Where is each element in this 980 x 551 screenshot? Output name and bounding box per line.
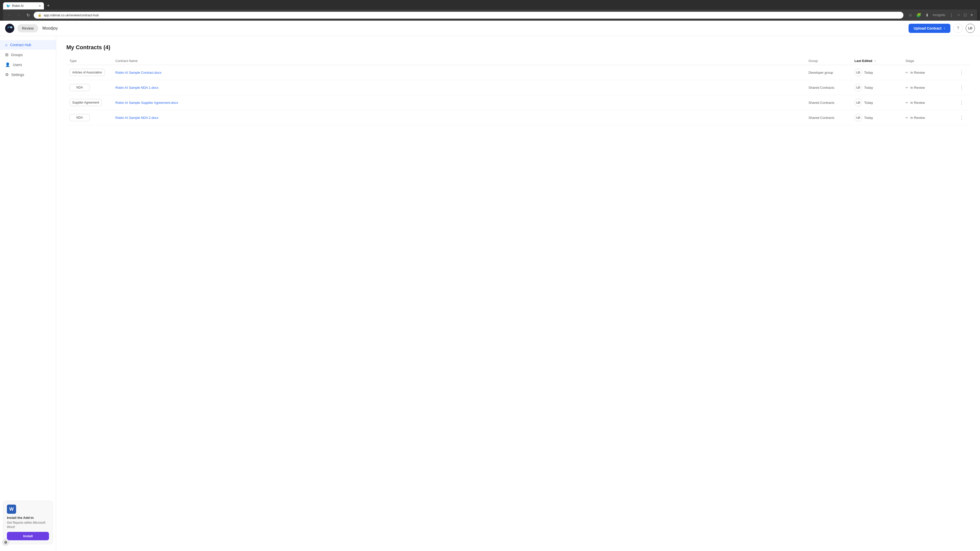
upload-contract-button[interactable]: Upload Contract ↑ — [908, 24, 950, 33]
bookmark-button[interactable]: ☆ — [907, 12, 913, 19]
edited-date-4: Today — [864, 116, 873, 120]
contract-link-2[interactable]: Robin AI Sample NDA 1.docx — [115, 86, 159, 89]
review-button[interactable]: Review — [18, 24, 38, 32]
pencil-icon-4: ✏ — [905, 116, 908, 120]
stage-text-4: In Review — [910, 116, 925, 120]
edited-date-3: Today — [864, 101, 873, 105]
table-header: Type Contract Name Group Last Edited ↑ S… — [66, 57, 970, 65]
download-button[interactable]: ⬇ — [924, 12, 930, 19]
forward-button[interactable]: → — [15, 11, 22, 19]
type-badge-1: Articles of Association — [69, 69, 105, 76]
col-actions — [956, 59, 967, 63]
incognito-label: Incognito — [932, 12, 946, 18]
edited-cell-3: LD Today — [854, 99, 905, 106]
more-button-2[interactable]: ⋮ — [956, 85, 967, 90]
more-button-1[interactable]: ⋮ — [956, 70, 967, 75]
type-badge-2: NDA — [69, 84, 90, 91]
group-cell-2: Shared Contracts — [808, 86, 854, 89]
active-tab[interactable]: 🐦 Robin AI × — [3, 2, 44, 10]
contract-link-4[interactable]: Robin AI Sample NDA 2.docx — [115, 116, 159, 120]
browser-controls: ← → ↻ 🔒 app.robinai.co.uk/review/contrac… — [3, 10, 977, 21]
contract-hub-icon: ⌂ — [5, 43, 8, 47]
menu-button[interactable]: ⋮ — [948, 12, 955, 19]
tab-close-button[interactable]: × — [39, 4, 41, 8]
minimize-button[interactable]: − — [956, 12, 961, 18]
close-button[interactable]: × — [969, 12, 974, 18]
avatar-4: LD — [854, 114, 862, 121]
contract-name-cell-2: Robin AI Sample NDA 1.docx — [115, 86, 808, 89]
group-cell-4: Shared Contracts — [808, 116, 854, 120]
stage-cell-3: ✏ In Review — [905, 101, 956, 105]
group-cell-1: Developer group — [808, 71, 854, 75]
col-type: Type — [69, 59, 115, 63]
lock-icon: 🔒 — [38, 13, 41, 17]
word-icon: W — [7, 505, 16, 514]
app-logo — [5, 24, 14, 33]
app-name: Moodjoy — [42, 26, 58, 30]
address-bar[interactable]: 🔒 app.robinai.co.uk/review/contract-hub — [34, 12, 904, 19]
app-header: Review Moodjoy Upload Contract ↑ ? LD — [0, 21, 980, 36]
sidebar-item-contract-hub[interactable]: ⌂ Contract Hub — [0, 40, 56, 50]
more-button-4[interactable]: ⋮ — [956, 115, 967, 121]
edited-date-2: Today — [864, 86, 873, 89]
browser-actions: ☆ 🧩 ⬇ Incognito ⋮ — [907, 12, 955, 19]
groups-icon: ⊞ — [5, 52, 8, 57]
edited-cell-2: LD Today — [854, 84, 905, 91]
group-cell-3: Shared Contracts — [808, 101, 854, 105]
avatar-button[interactable]: LD — [966, 24, 975, 33]
tab-label: Robin AI — [12, 4, 24, 8]
contract-link-1[interactable]: Robin AI Sample Contract.docx — [115, 71, 162, 75]
sidebar: ⌂ Contract Hub ⊞ Groups 👤 Users ⚙ Settin… — [0, 36, 56, 551]
pencil-icon-2: ✏ — [905, 86, 908, 89]
type-cell-1: Articles of Association — [69, 69, 115, 76]
main-layout: ⌂ Contract Hub ⊞ Groups 👤 Users ⚙ Settin… — [0, 36, 980, 551]
table-row: Articles of Association Robin AI Sample … — [66, 65, 970, 80]
more-button-3[interactable]: ⋮ — [956, 100, 967, 105]
contract-name-cell-3: Robin AI Sample Supplier Agreement.docx — [115, 100, 808, 105]
type-cell-2: NDA — [69, 84, 115, 91]
notification-badge[interactable]: ⚙ — [2, 539, 9, 546]
stage-text-1: In Review — [910, 71, 925, 75]
new-tab-button[interactable]: + — [45, 2, 52, 10]
page-title: My Contracts (4) — [66, 44, 970, 51]
sidebar-item-label-users: Users — [13, 63, 22, 67]
avatar-2: LD — [854, 84, 862, 91]
browser-chrome: 🐦 Robin AI × + ← → ↻ 🔒 app.robinai.co.uk… — [0, 0, 980, 21]
type-badge-3: Supplier Agreement — [69, 99, 102, 106]
table-row: NDA Robin AI Sample NDA 2.docx Shared Co… — [66, 110, 970, 125]
reload-button[interactable]: ↻ — [24, 11, 32, 19]
sidebar-item-settings[interactable]: ⚙ Settings — [0, 70, 56, 79]
stage-cell-1: ✏ In Review — [905, 71, 956, 75]
upload-icon: ↑ — [943, 26, 945, 30]
help-button[interactable]: ? — [953, 24, 963, 33]
type-cell-4: NDA — [69, 114, 115, 121]
sidebar-item-users[interactable]: 👤 Users — [0, 60, 56, 70]
upload-label: Upload Contract — [914, 26, 942, 30]
col-last-edited[interactable]: Last Edited ↑ — [854, 59, 905, 63]
avatar-1: LD — [854, 68, 862, 76]
stage-text-3: In Review — [910, 101, 925, 105]
edited-cell-1: LD Today — [854, 68, 905, 76]
sidebar-item-label-contract-hub: Contract Hub — [10, 43, 31, 47]
avatar-3: LD — [854, 99, 862, 106]
contract-link-3[interactable]: Robin AI Sample Supplier Agreement.docx — [115, 101, 178, 105]
type-cell-3: Supplier Agreement — [69, 99, 115, 106]
addon-title: Install the Add-in — [7, 516, 49, 519]
edited-cell-4: LD Today — [854, 114, 905, 121]
pencil-icon-3: ✏ — [905, 101, 908, 105]
table-row: Supplier Agreement Robin AI Sample Suppl… — [66, 95, 970, 110]
users-icon: 👤 — [5, 62, 10, 67]
col-group: Group — [808, 59, 854, 63]
app-container: Review Moodjoy Upload Contract ↑ ? LD ⌂ … — [0, 21, 980, 551]
sidebar-item-groups[interactable]: ⊞ Groups — [0, 50, 56, 60]
back-button[interactable]: ← — [6, 11, 13, 19]
stage-cell-2: ✏ In Review — [905, 86, 956, 89]
extensions-button[interactable]: 🧩 — [915, 12, 922, 19]
stage-cell-4: ✏ In Review — [905, 116, 956, 120]
edited-date-1: Today — [864, 71, 873, 75]
url-text: app.robinai.co.uk/review/contract-hub — [44, 13, 99, 17]
maximize-button[interactable]: □ — [963, 12, 967, 18]
install-button[interactable]: Install — [7, 532, 49, 540]
main-content: My Contracts (4) Type Contract Name Grou… — [56, 36, 980, 551]
contract-name-cell-4: Robin AI Sample NDA 2.docx — [115, 116, 808, 120]
